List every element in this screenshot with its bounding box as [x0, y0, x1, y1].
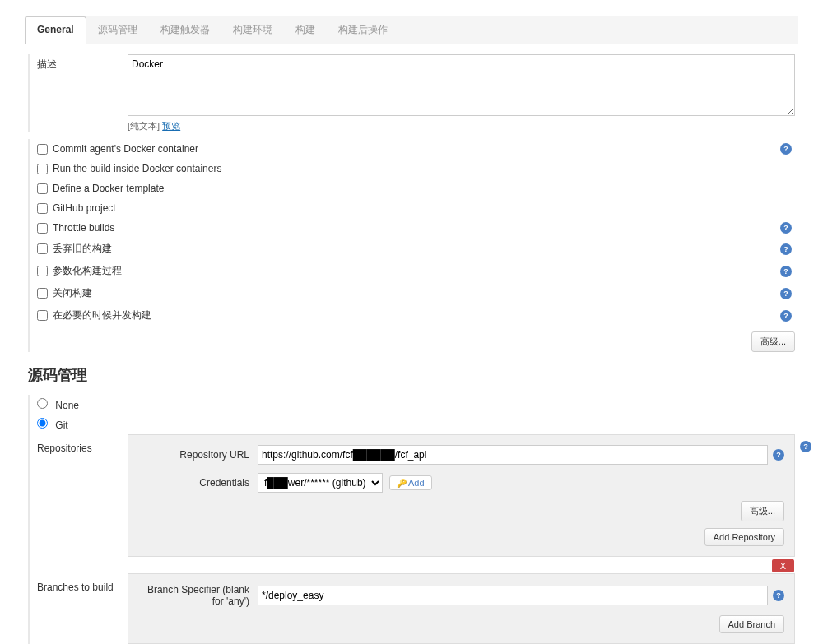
checkbox-concurrent[interactable] — [37, 310, 48, 321]
tab-environment[interactable]: 构建环境 — [221, 16, 284, 44]
credentials-label: Credentials — [138, 477, 258, 489]
key-icon — [397, 478, 408, 488]
preview-link[interactable]: 预览 — [162, 121, 180, 131]
help-icon[interactable]: ? — [800, 441, 811, 452]
repo-advanced-button[interactable]: 高级... — [741, 501, 784, 521]
plain-text-hint: [纯文本] — [128, 121, 160, 131]
help-icon[interactable]: ? — [773, 449, 784, 461]
credentials-select[interactable]: f███wer/****** (github) — [258, 473, 383, 493]
config-tabs: General 源码管理 构建触发器 构建环境 构建 构建后操作 — [25, 16, 798, 44]
tab-triggers[interactable]: 构建触发器 — [149, 16, 221, 44]
help-icon[interactable]: ? — [780, 288, 792, 299]
checkbox-define-template[interactable] — [37, 183, 48, 194]
description-label: 描述 — [37, 54, 128, 72]
label-concurrent: 在必要的时候并发构建 — [53, 308, 151, 322]
help-icon[interactable]: ? — [780, 243, 792, 255]
repository-block: Repository URL ? Credentials f███wer/***… — [128, 434, 795, 557]
repositories-label: Repositories — [37, 434, 128, 565]
help-icon[interactable]: ? — [780, 222, 792, 234]
checkbox-throttle[interactable] — [37, 223, 48, 234]
branches-label: Branches to build — [37, 573, 128, 644]
tab-scm[interactable]: 源码管理 — [86, 16, 149, 44]
repo-url-input[interactable] — [258, 445, 768, 465]
add-credentials-button[interactable]: Add — [389, 475, 432, 490]
branches-block: X Branch Specifier (blank for 'any') ? A… — [128, 573, 795, 644]
label-commit-agent: Commit agent's Docker container — [53, 143, 198, 155]
delete-branch-button[interactable]: X — [772, 559, 794, 572]
add-branch-button[interactable]: Add Branch — [719, 615, 784, 633]
tab-build[interactable]: 构建 — [284, 16, 327, 44]
label-throttle: Throttle builds — [53, 222, 114, 234]
description-textarea[interactable]: Docker — [128, 54, 795, 116]
radio-scm-git[interactable] — [37, 418, 48, 429]
checkbox-run-inside[interactable] — [37, 164, 48, 174]
checkbox-discard-old[interactable] — [37, 243, 48, 254]
label-discard-old: 丢弃旧的构建 — [53, 242, 112, 256]
label-github-project: GitHub project — [53, 202, 116, 214]
checkbox-parameterized[interactable] — [37, 266, 48, 276]
label-scm-none: None — [55, 400, 79, 411]
checkbox-commit-agent[interactable] — [37, 144, 48, 155]
tab-general[interactable]: General — [25, 16, 86, 44]
label-scm-git: Git — [55, 419, 67, 431]
general-advanced-button[interactable]: 高级... — [751, 331, 795, 352]
checkbox-github-project[interactable] — [37, 203, 48, 214]
label-run-inside: Run the build inside Docker containers — [53, 163, 221, 174]
add-repository-button[interactable]: Add Repository — [704, 528, 784, 546]
help-icon[interactable]: ? — [780, 266, 792, 277]
label-define-template: Define a Docker template — [53, 183, 164, 194]
scm-section-title: 源码管理 — [28, 365, 795, 385]
help-icon[interactable]: ? — [780, 143, 792, 155]
label-parameterized: 参数化构建过程 — [53, 264, 122, 278]
help-icon[interactable]: ? — [773, 590, 784, 601]
radio-scm-none[interactable] — [37, 398, 48, 409]
label-disable: 关闭构建 — [53, 286, 92, 300]
repo-url-label: Repository URL — [138, 449, 258, 461]
branch-spec-input[interactable] — [258, 586, 768, 605]
branch-spec-label: Branch Specifier (blank for 'any') — [138, 584, 258, 607]
help-icon[interactable]: ? — [780, 310, 792, 322]
tab-postbuild[interactable]: 构建后操作 — [327, 16, 399, 44]
checkbox-disable[interactable] — [37, 288, 48, 299]
